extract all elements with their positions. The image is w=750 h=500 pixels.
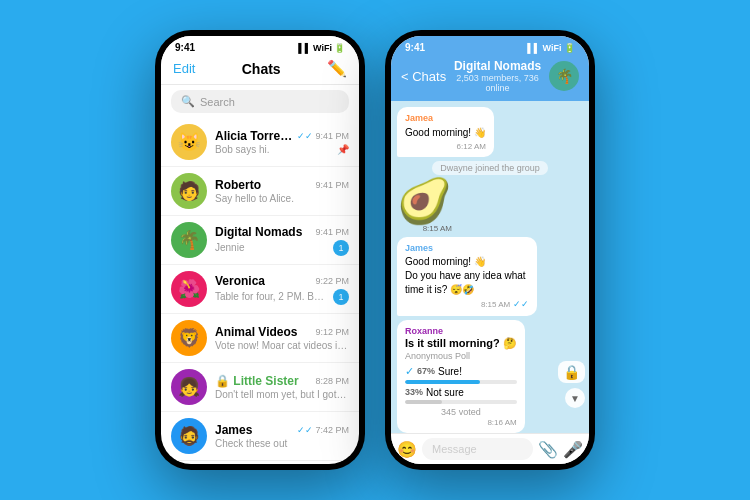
poll-pct: 67% xyxy=(417,366,435,376)
poll-pct: 33% xyxy=(405,387,423,397)
chat-time: 9:22 PM xyxy=(315,276,349,286)
search-placeholder: Search xyxy=(200,96,235,108)
compose-button[interactable]: ✏️ xyxy=(327,59,347,78)
message-sender: James xyxy=(405,242,529,255)
chat-info: Animal Videos 9:12 PM Vote now! Moar cat… xyxy=(215,325,349,351)
chat-name: 🔒 Little Sister xyxy=(215,374,299,388)
message-wrapper: Jamea Good morning! 👋 6:12 AM xyxy=(397,107,583,157)
chat-preview: Jennie xyxy=(215,242,329,253)
attach-button[interactable]: 📎 xyxy=(538,440,558,459)
list-item[interactable]: 🌺 Veronica 9:22 PM Table for four, 2 PM.… xyxy=(161,265,359,314)
phone-chat-window: 9:41 ▌▌ WiFi 🔋 < Chats Digital Nomads 2,… xyxy=(385,30,595,470)
system-message: Dwayne joined the group xyxy=(432,161,548,175)
poll-bar xyxy=(405,400,442,404)
chat-name: Animal Videos xyxy=(215,325,297,339)
phone-chat-list: 9:41 ▌▌ WiFi 🔋 Edit Chats ✏️ 🔍 Search xyxy=(155,30,365,470)
chat-time: 9:41 PM xyxy=(315,227,349,237)
chat-preview: Don't tell mom yet, but I got the job! I… xyxy=(215,389,349,400)
poll-type: Anonymous Poll xyxy=(405,351,517,361)
chat-window-header: < Chats Digital Nomads 2,503 members, 73… xyxy=(391,55,589,101)
chat-time: 9:12 PM xyxy=(315,327,349,337)
chat-name: Digital Nomads xyxy=(215,225,302,239)
unread-badge: 1 xyxy=(333,240,349,256)
chat-name: James xyxy=(215,423,252,437)
list-item[interactable]: 🧑 Roberto 9:41 PM Say hello to Alice. xyxy=(161,167,359,216)
chat-info: Digital Nomads 9:41 PM Jennie 1 xyxy=(215,225,349,256)
chat-time: 9:41 PM xyxy=(315,180,349,190)
emoji-button[interactable]: 😊 xyxy=(397,440,417,459)
chat-input-bar: 😊 Message 📎 🎤 xyxy=(391,433,589,464)
sticker: 🥑 xyxy=(397,179,452,223)
message-text: Good morning! 👋 xyxy=(405,127,486,138)
signal-icons-2: ▌▌ WiFi 🔋 xyxy=(527,43,575,53)
chat-time: 8:28 PM xyxy=(315,376,349,386)
chat-name: Alicia Torreaux xyxy=(215,129,293,143)
poll-option-label: Not sure xyxy=(426,387,464,398)
message-bubble: James Good morning! 👋Do you have any ide… xyxy=(397,237,537,316)
chat-preview: Say hello to Alice. xyxy=(215,193,349,204)
chat-info: Alicia Torreaux ✓✓9:41 PM Bob says hi. 📌 xyxy=(215,129,349,155)
chat-window-screen: 9:41 ▌▌ WiFi 🔋 < Chats Digital Nomads 2,… xyxy=(391,36,589,464)
pin-icon: 📌 xyxy=(337,144,349,155)
chat-time: ✓✓7:42 PM xyxy=(297,425,349,435)
avatar: 🌺 xyxy=(171,271,207,307)
message-time: 8:16 AM xyxy=(405,418,517,427)
poll-option[interactable]: 33% Not sure xyxy=(405,387,517,404)
message-text: Good morning! 👋Do you have any idea what… xyxy=(405,256,526,295)
chats-title: Chats xyxy=(242,61,281,77)
poll-bar xyxy=(405,380,480,384)
avatar: 🧑 xyxy=(171,173,207,209)
chat-preview: Table for four, 2 PM. Be there. xyxy=(215,291,329,302)
message-time: 8:15 AM ✓✓ xyxy=(405,298,529,311)
chat-window-info: Digital Nomads 2,503 members, 736 online xyxy=(452,59,543,93)
poll-option-label: Sure! xyxy=(438,366,462,377)
poll-question: Is it still morning? 🤔 xyxy=(405,337,517,350)
messages-area: Jamea Good morning! 👋 6:12 AM Dwayne joi… xyxy=(391,101,589,433)
chat-name: Veronica xyxy=(215,274,265,288)
chat-info: Roberto 9:41 PM Say hello to Alice. xyxy=(215,178,349,204)
list-item[interactable]: 😺 Alicia Torreaux ✓✓9:41 PM Bob says hi.… xyxy=(161,118,359,167)
chat-input[interactable]: Message xyxy=(422,438,533,460)
chat-preview: Check these out xyxy=(215,438,349,449)
back-button[interactable]: < Chats xyxy=(401,69,446,84)
chat-info: 🔒 Little Sister 8:28 PM Don't tell mom y… xyxy=(215,374,349,400)
time-1: 9:41 xyxy=(175,42,195,53)
list-item[interactable]: 🧔 James ✓✓7:42 PM Check these out xyxy=(161,412,359,461)
sticker-time: 8:15 AM xyxy=(397,224,452,233)
chat-info: James ✓✓7:42 PM Check these out xyxy=(215,423,349,449)
scroll-down-button[interactable]: ▼ xyxy=(565,388,585,408)
avatar: 🦁 xyxy=(171,320,207,356)
chat-time: ✓✓9:41 PM xyxy=(297,131,349,141)
search-bar[interactable]: 🔍 Search xyxy=(171,90,349,113)
chat-window-sub: 2,503 members, 736 online xyxy=(452,73,543,93)
chat-window-name: Digital Nomads xyxy=(452,59,543,73)
list-item[interactable]: 🌴 Digital Nomads 9:41 PM Jennie 1 xyxy=(161,216,359,265)
sticker-message: 🥑 8:15 AM xyxy=(397,179,452,233)
edit-button[interactable]: Edit xyxy=(173,61,195,76)
chat-name: Roberto xyxy=(215,178,261,192)
chats-header: Edit Chats ✏️ xyxy=(161,55,359,85)
status-bar-1: 9:41 ▌▌ WiFi 🔋 xyxy=(161,36,359,55)
list-item[interactable]: 👧 🔒 Little Sister 8:28 PM Don't tell mom… xyxy=(161,363,359,412)
mic-button[interactable]: 🎤 xyxy=(563,440,583,459)
chat-preview: Vote now! Moar cat videos in this channe… xyxy=(215,340,349,351)
avatar: 👧 xyxy=(171,369,207,405)
message-bubble: Jamea Good morning! 👋 6:12 AM xyxy=(397,107,494,157)
chat-list-screen: 9:41 ▌▌ WiFi 🔋 Edit Chats ✏️ 🔍 Search xyxy=(161,36,359,464)
avatar: 😺 xyxy=(171,124,207,160)
lock-button[interactable]: 🔒 xyxy=(558,361,585,383)
message-wrapper: James Good morning! 👋Do you have any ide… xyxy=(397,237,583,316)
list-item[interactable]: 🦉 Study Group 7:36 PM Emma xyxy=(161,461,359,464)
signal-icons-1: ▌▌ WiFi 🔋 xyxy=(298,43,345,53)
poll-votes: 345 voted xyxy=(405,407,517,417)
chat-window-avatar[interactable]: 🌴 xyxy=(549,61,579,91)
chat-preview: Bob says hi. xyxy=(215,144,333,155)
search-icon: 🔍 xyxy=(181,95,195,108)
poll-sender: Roxanne xyxy=(405,326,517,336)
poll-option[interactable]: ✓ 67% Sure! xyxy=(405,365,517,384)
time-2: 9:41 xyxy=(405,42,425,53)
chat-info: Veronica 9:22 PM Table for four, 2 PM. B… xyxy=(215,274,349,305)
chat-list: 😺 Alicia Torreaux ✓✓9:41 PM Bob says hi.… xyxy=(161,118,359,464)
list-item[interactable]: 🦁 Animal Videos 9:12 PM Vote now! Moar c… xyxy=(161,314,359,363)
unread-badge: 1 xyxy=(333,289,349,305)
